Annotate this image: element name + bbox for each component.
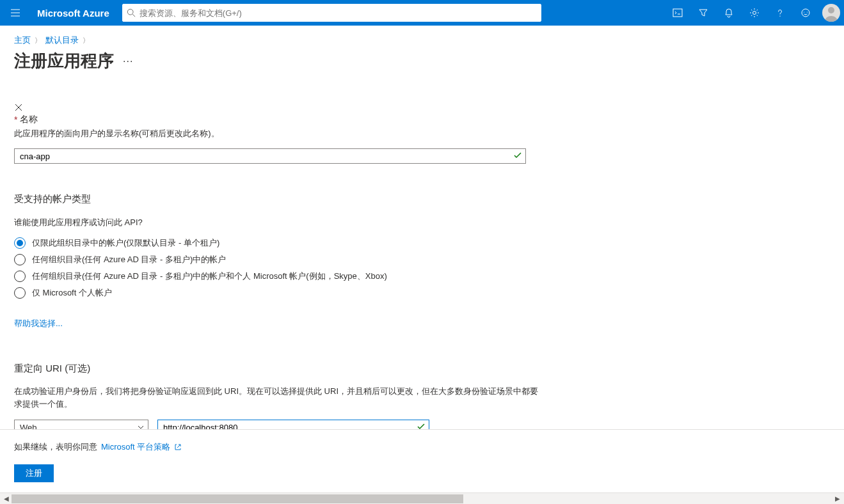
scroll-track[interactable] [12, 494, 832, 504]
brand-label[interactable]: Microsoft Azure [31, 8, 122, 19]
svg-line-1 [132, 14, 135, 17]
account-types-heading: 受支持的帐户类型 [14, 193, 830, 205]
platform-policy-link[interactable]: Microsoft 平台策略 [101, 441, 170, 453]
page-title: 注册应用程序 [14, 50, 114, 72]
breadcrumb-directory[interactable]: 默认目录 [45, 35, 79, 46]
redirect-description: 在成功验证用户身份后，我们将把身份验证响应返回到此 URI。现在可以选择提供此 … [14, 385, 539, 411]
content-area: 主页 〉 默认目录 〉 注册应用程序 ··· * 名称 此应用程序的面向用户的显… [0, 26, 844, 491]
help-me-choose-link[interactable]: 帮助我选择... [14, 318, 63, 329]
radio-label: 仅限此组织目录中的帐户(仅限默认目录 - 单个租户) [32, 237, 219, 249]
external-link-icon [174, 443, 182, 451]
app-name-input[interactable] [14, 148, 526, 164]
help-button[interactable] [767, 0, 793, 26]
hamburger-icon [10, 8, 20, 18]
global-search[interactable] [122, 4, 541, 22]
feedback-button[interactable] [793, 0, 818, 26]
radio-label: 仅 Microsoft 个人帐户 [32, 287, 112, 299]
radio-label: 任何组织目录(任何 Azure AD 目录 - 多租户)中的帐户和个人 Micr… [32, 271, 387, 282]
directories-button[interactable] [690, 0, 716, 26]
bell-icon [724, 8, 734, 18]
scroll-right-arrow[interactable]: ▶ [832, 494, 843, 504]
page-header: 注册应用程序 ··· [14, 50, 830, 72]
consent-text: 如果继续，表明你同意 Microsoft 平台策略 [14, 441, 830, 453]
name-label: 名称 [20, 114, 38, 125]
name-label-row: * 名称 [14, 114, 830, 125]
svg-point-0 [127, 9, 133, 15]
breadcrumb: 主页 〉 默认目录 〉 [14, 35, 830, 46]
settings-button[interactable] [742, 0, 767, 26]
top-bar: Microsoft Azure [0, 0, 844, 26]
radio-icon [14, 237, 26, 249]
gear-icon [749, 8, 760, 18]
search-icon [127, 8, 136, 17]
svg-point-3 [753, 12, 756, 15]
notifications-button[interactable] [716, 0, 742, 26]
scroll-left-arrow[interactable]: ◀ [1, 494, 12, 504]
account-types-section: 受支持的帐户类型 谁能使用此应用程序或访问此 API? 仅限此组织目录中的帐户(… [14, 193, 830, 299]
required-mark: * [14, 114, 17, 125]
register-button[interactable]: 注册 [14, 464, 54, 482]
hamburger-menu-button[interactable] [0, 0, 31, 26]
radio-icon [14, 254, 26, 265]
avatar-icon [822, 4, 840, 22]
chevron-right-icon: 〉 [83, 36, 90, 45]
account-type-option-multi-tenant[interactable]: 任何组织目录(任何 Azure AD 目录 - 多租户)中的帐户 [14, 254, 830, 265]
help-icon [775, 8, 785, 18]
more-actions-button[interactable]: ··· [123, 56, 133, 67]
close-blade-button[interactable] [14, 103, 830, 114]
account-type-option-personal-only[interactable]: 仅 Microsoft 个人帐户 [14, 287, 830, 299]
svg-point-4 [802, 9, 809, 17]
search-input[interactable] [136, 8, 537, 18]
name-help-text: 此应用程序的面向用户的显示名称(可稍后更改此名称)。 [14, 128, 830, 139]
account-types-question: 谁能使用此应用程序或访问此 API? [14, 217, 830, 228]
consent-prefix: 如果继续，表明你同意 [14, 441, 97, 453]
blade-footer: 如果继续，表明你同意 Microsoft 平台策略 注册 [0, 429, 844, 491]
radio-icon [14, 287, 26, 299]
cloud-shell-icon [673, 8, 683, 18]
filter-icon [698, 8, 708, 18]
chevron-right-icon: 〉 [35, 36, 42, 45]
svg-rect-2 [673, 9, 682, 17]
svg-point-7 [828, 7, 834, 13]
check-icon [513, 151, 522, 162]
close-icon [14, 103, 23, 112]
account-menu[interactable] [818, 0, 844, 26]
breadcrumb-home[interactable]: 主页 [14, 35, 31, 46]
radio-label: 任何组织目录(任何 Azure AD 目录 - 多租户)中的帐户 [32, 254, 226, 265]
account-type-option-single-tenant[interactable]: 仅限此组织目录中的帐户(仅限默认目录 - 单个租户) [14, 237, 830, 249]
radio-icon [14, 271, 26, 282]
horizontal-scrollbar[interactable]: ◀ ▶ [0, 492, 844, 504]
cloud-shell-button[interactable] [665, 0, 690, 26]
account-type-option-multi-personal[interactable]: 任何组织目录(任何 Azure AD 目录 - 多租户)中的帐户和个人 Micr… [14, 271, 830, 282]
scroll-thumb[interactable] [12, 494, 463, 503]
svg-point-6 [807, 12, 808, 12]
svg-point-5 [804, 12, 804, 12]
feedback-icon [800, 8, 811, 18]
redirect-heading: 重定向 URI (可选) [14, 363, 830, 375]
